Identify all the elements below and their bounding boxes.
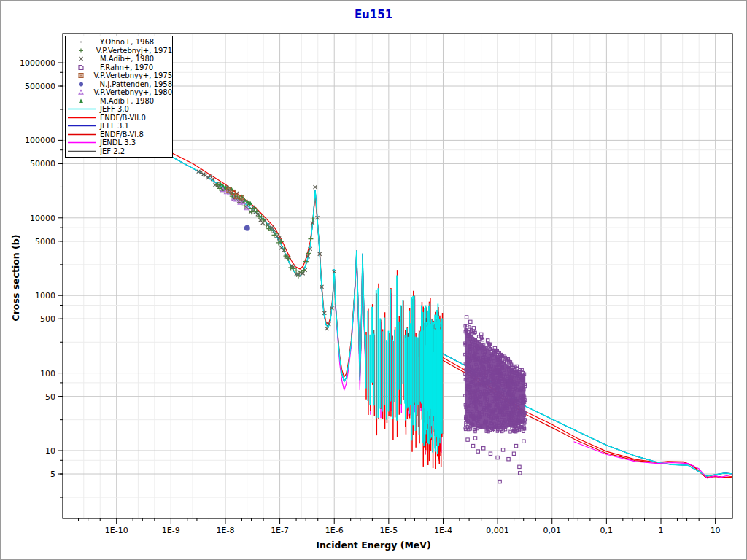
legend-item-label: JENDL 3.3 <box>100 139 136 147</box>
legend-line-sample <box>67 122 98 130</box>
legend-marker-dot-icon <box>67 38 98 46</box>
legend-item-label: ENDF/B-VII.0 <box>100 114 146 122</box>
x-tick-label: 1E-8 <box>216 526 234 535</box>
legend-line-sample <box>67 139 98 147</box>
legend-item-label: V.P.Vertebnyy+, 1975 <box>94 71 173 79</box>
chart: Eu151 1E-101E-91E-81E-71E-61E-51E-40,001… <box>0 0 747 560</box>
y-tick-label: 50 <box>45 392 55 402</box>
scatter-rahn-cloud <box>464 316 527 483</box>
x-tick-label: 0,1 <box>600 526 614 535</box>
legend-item-label: V.P.Vertebnyy+, 1980 <box>94 88 173 96</box>
y-tick-label: 500000 <box>25 82 55 91</box>
x-tick-label: 0,001 <box>486 526 509 535</box>
curve-jeff31 <box>168 155 365 382</box>
y-tick-label: 10 <box>45 446 55 456</box>
evaluated-curves <box>168 152 732 478</box>
legend-item-label: N.J.Pattenden, 1958 <box>100 80 172 88</box>
legend: Y.Ohno+, 1968V.P.Vertebnyj+, 1971M.Adib+… <box>65 36 173 158</box>
legend-item-label: M.Adib+, 1980 <box>100 55 154 63</box>
legend-line-sample <box>67 105 98 113</box>
legend-item: N.J.Pattenden, 1958 <box>67 80 172 89</box>
y-tick-label: 500 <box>40 314 55 324</box>
legend-marker-open-triangle-icon <box>67 88 92 96</box>
legend-item: JENDL 3.3 <box>67 139 172 147</box>
resonance-spikes <box>365 270 442 469</box>
legend-marker-filled-circle-icon <box>67 80 98 88</box>
legend-marker-plus-icon <box>67 47 94 55</box>
legend-item-label: ENDF/B-VI.8 <box>100 131 144 139</box>
x-tick-label: 1E-10 <box>105 526 128 535</box>
x-tick-label: 1E-9 <box>162 526 180 535</box>
y-tick-label: 5000 <box>35 237 55 246</box>
legend-marker-notch-square-icon <box>67 63 98 71</box>
x-tick-label: 10 <box>711 526 721 535</box>
scatter-plus <box>215 182 316 279</box>
legend-marker-filled-triangle-icon <box>67 97 98 105</box>
x-tick-label: 1E-4 <box>434 526 452 535</box>
scatter-pattenden <box>244 225 250 231</box>
y-tick-label: 5 <box>50 470 55 479</box>
legend-item: V.P.Vertebnyy+, 1975 <box>67 71 172 80</box>
legend-item: M.Adib+, 1980 <box>67 55 172 63</box>
legend-item-label: M.Adib+, 1980 <box>100 97 154 105</box>
y-tick-label: 1000000 <box>20 58 55 68</box>
legend-item-label: JEFF 3.0 <box>100 105 129 113</box>
y-axis-label: Cross section (b) <box>10 235 21 322</box>
y-tick-label: 100000 <box>25 136 55 145</box>
legend-item: V.P.Vertebnyj+, 1971 <box>67 47 172 55</box>
legend-marker-box-x-icon <box>67 71 92 79</box>
scatter-box-x <box>227 188 244 200</box>
legend-item: JEFF 3.0 <box>67 105 172 114</box>
scatter-dot <box>206 175 304 276</box>
legend-item-label: JEF 2.2 <box>100 147 125 155</box>
x-tick-label: 1E-6 <box>325 526 344 535</box>
legend-item: V.P.Vertebnyy+, 1980 <box>67 88 172 97</box>
y-tick-label: 50000 <box>30 159 55 168</box>
legend-item: ENDF/B-VI.8 <box>67 131 172 139</box>
y-tick-label: 1000 <box>35 291 55 300</box>
legend-item: ENDF/B-VII.0 <box>67 114 172 122</box>
legend-marker-x-icon <box>67 55 98 63</box>
legend-item: JEFF 3.1 <box>67 122 172 131</box>
legend-item-label: V.P.Vertebnyj+, 1971 <box>96 47 172 55</box>
legend-item-label: JEFF 3.1 <box>100 122 129 130</box>
y-tick-label: 100 <box>40 369 55 378</box>
legend-item: F.Rahn+, 1970 <box>67 63 172 72</box>
x-tick-label: 1 <box>659 526 664 535</box>
legend-line-sample <box>67 114 98 122</box>
legend-item: M.Adib+, 1980 <box>67 97 172 106</box>
legend-item: Y.Ohno+, 1968 <box>67 38 172 47</box>
legend-item: JEF 2.2 <box>67 147 172 156</box>
curve-jef22 <box>168 155 365 382</box>
x-tick-label: 1E-5 <box>379 526 398 535</box>
legend-line-sample <box>67 147 98 155</box>
y-tick-label: 10000 <box>30 214 55 223</box>
x-tick-label: 1E-7 <box>271 526 289 535</box>
x-tick-label: 0,01 <box>543 526 561 535</box>
legend-item-label: F.Rahn+, 1970 <box>100 63 153 71</box>
legend-item-label: Y.Ohno+, 1968 <box>100 38 154 46</box>
legend-line-sample <box>67 131 98 139</box>
curve-jeff30 <box>168 155 365 382</box>
x-axis-label: Incident Energy (MeV) <box>1 540 746 551</box>
